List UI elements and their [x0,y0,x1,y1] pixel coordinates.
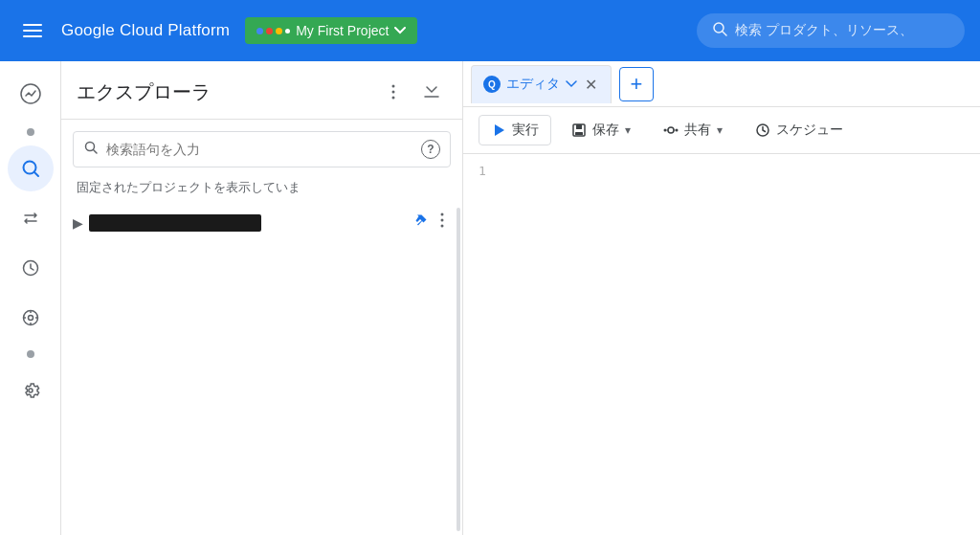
explorer-collapse-button[interactable] [416,77,447,107]
schedule-icon [755,123,770,138]
line-numbers: 1 [479,162,501,527]
explorer-header-icons [378,77,447,107]
item-expand-icon: ▶ [73,215,83,231]
top-nav: Google Cloud Platform My First Project 検… [0,0,980,61]
explorer-header: エクスプローラ [61,61,462,120]
sidebar-item-analytics[interactable] [8,71,54,117]
line-number-1: 1 [479,162,486,182]
explorer-search-input[interactable] [106,142,413,157]
share-button[interactable]: 共有 ▾ [651,115,735,145]
search-help-button[interactable]: ? [421,140,440,159]
svg-rect-26 [576,124,582,129]
svg-point-23 [441,225,444,228]
schedule-button[interactable]: スケジュー [743,115,856,145]
project-dropdown-arrow [394,27,406,34]
save-button[interactable]: 保存 ▾ [559,115,643,145]
item-more-button[interactable] [434,212,451,234]
svg-rect-2 [23,35,42,37]
project-name-label: My First Project [296,23,389,38]
sidebar-item-dot1 [27,128,34,136]
share-icon [663,123,679,138]
scroll-track[interactable] [457,208,460,531]
svg-rect-27 [575,132,583,135]
run-button[interactable]: 実行 [479,115,551,145]
explorer-panel: エクスプローラ [61,61,463,535]
editor-tab-query-icon: Q [483,76,501,93]
explorer-scroll-area: ▶ [61,204,462,535]
svg-line-20 [94,150,98,154]
search-placeholder-text: 検索 プロダクト、リソース、 [735,22,913,39]
explorer-search-icon [83,140,99,159]
save-icon [571,123,587,138]
svg-marker-24 [495,124,504,136]
explorer-items-list: ▶ [61,204,462,535]
sidebar-item-compose[interactable] [8,295,54,341]
schedule-label: スケジュー [776,122,843,139]
item-name-redacted [89,214,261,232]
sidebar-item-transfer[interactable] [8,195,54,241]
project-selector-button[interactable]: My First Project [245,17,417,44]
svg-point-10 [28,316,33,321]
list-item[interactable]: ▶ [61,204,462,241]
editor-area: Q エディタ ✕ + 実行 [463,61,980,535]
global-search-bar[interactable]: 検索 プロダクト、リソース、 [697,13,965,48]
editor-tabs: Q エディタ ✕ + [463,61,980,107]
svg-point-28 [668,127,674,133]
svg-point-30 [676,129,679,132]
tab-dropdown-arrow[interactable] [566,80,577,88]
editor-tab-label: エディタ [506,76,560,93]
svg-point-16 [392,91,395,94]
project-dots-icon [256,28,290,34]
icon-sidebar [0,61,61,535]
svg-point-17 [392,97,395,100]
svg-rect-1 [23,30,42,32]
pin-icon[interactable] [412,213,428,233]
save-dropdown-arrow[interactable]: ▾ [625,123,631,137]
sidebar-item-settings[interactable] [8,368,54,413]
search-icon [712,21,727,40]
sidebar-item-dot2 [27,350,34,358]
svg-point-29 [664,129,667,132]
svg-point-15 [392,85,395,88]
app-logo: Google Cloud Platform [61,21,230,40]
explorer-fixed-label: 固定されたプロジェクトを表示していま [61,175,462,204]
editor-body[interactable]: 1 [463,154,980,535]
search-area: 検索 プロダクト、リソース、 [429,13,965,48]
new-tab-button[interactable]: + [619,67,654,101]
editor-content-area[interactable] [501,162,965,527]
sidebar-item-history[interactable] [8,245,54,291]
svg-line-4 [723,32,726,35]
svg-point-21 [441,213,444,216]
explorer-title: エクスプローラ [77,79,378,105]
share-dropdown-arrow[interactable]: ▾ [717,123,723,137]
run-icon [491,123,506,138]
svg-rect-0 [23,24,42,26]
svg-point-22 [441,219,444,222]
save-label: 保存 [592,122,619,139]
svg-line-7 [34,172,38,176]
tab-close-button[interactable]: ✕ [583,74,599,96]
editor-tab-main[interactable]: Q エディタ ✕ [471,65,612,103]
editor-toolbar: 実行 保存 ▾ 共有 ▾ [463,107,980,154]
item-actions [412,212,451,234]
run-label: 実行 [512,122,539,139]
sidebar-item-search[interactable] [8,145,54,191]
main-content: エクスプローラ [0,61,980,535]
hamburger-menu-button[interactable] [15,16,50,45]
explorer-search-box[interactable]: ? [73,131,451,167]
share-label: 共有 [684,122,711,139]
explorer-more-options-button[interactable] [378,77,409,107]
